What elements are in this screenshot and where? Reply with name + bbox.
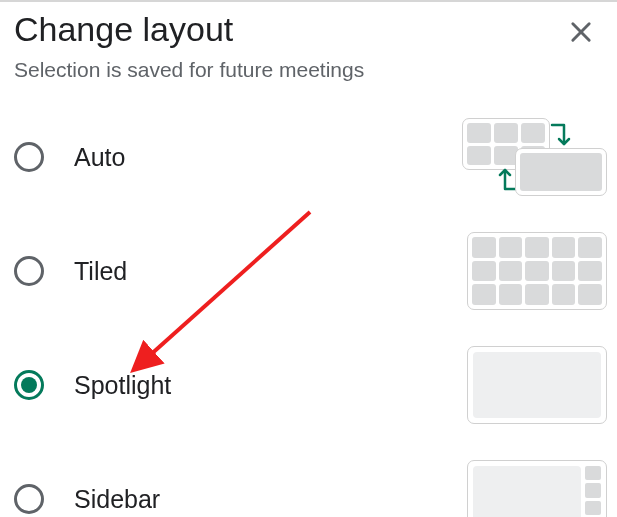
option-tiled[interactable]: Tiled [14,214,607,328]
radio-auto[interactable] [14,142,44,172]
option-label-tiled: Tiled [74,257,127,286]
layout-options: Auto Tiled Spot [0,82,617,517]
close-icon [567,18,595,46]
dialog-subtitle: Selection is saved for future meetings [0,50,617,82]
radio-spotlight[interactable] [14,370,44,400]
thumbnail-sidebar-icon [467,460,607,517]
option-label-sidebar: Sidebar [74,485,160,514]
close-button[interactable] [563,14,599,50]
radio-tiled[interactable] [14,256,44,286]
dialog-title: Change layout [14,10,233,49]
thumbnail-auto-icon [462,118,607,196]
thumbnail-spotlight-icon [467,346,607,424]
option-auto[interactable]: Auto [14,100,607,214]
option-sidebar[interactable]: Sidebar [14,442,607,517]
option-label-spotlight: Spotlight [74,371,171,400]
radio-sidebar[interactable] [14,484,44,514]
option-spotlight[interactable]: Spotlight [14,328,607,442]
option-label-auto: Auto [74,143,125,172]
thumbnail-tiled-icon [467,232,607,310]
